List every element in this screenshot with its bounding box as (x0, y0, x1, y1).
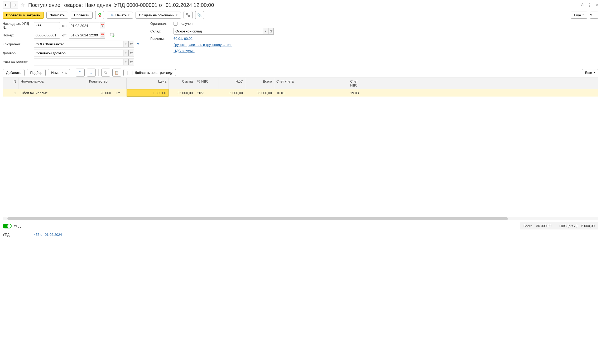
open-external-icon (130, 61, 133, 63)
nds-value: 6 000,00 (581, 224, 595, 228)
table-more-button[interactable]: Еще ▾ (582, 69, 598, 76)
arrow-up-icon: 🡑 (78, 71, 82, 75)
col-vat-pct[interactable]: % НДС (195, 78, 219, 89)
calendar-button-2[interactable]: 📅 (100, 32, 105, 39)
link-icon[interactable] (580, 2, 584, 8)
copy-button[interactable]: ⧉ (101, 69, 110, 76)
col-sum[interactable]: Сумма (169, 78, 195, 89)
add-barcode-label: Добавить по штрихкоду (135, 71, 172, 75)
col-account[interactable]: Счет учета (274, 78, 348, 89)
settlements-label: Расчеты: (150, 37, 171, 41)
contract-dropdown[interactable]: ▾ (123, 50, 129, 56)
move-down-button[interactable]: 🡓 (87, 69, 96, 76)
col-total[interactable]: Всего (245, 78, 274, 89)
posted-icon[interactable] (110, 33, 115, 38)
invoice-date-input[interactable] (69, 22, 100, 29)
from-label-1: от: (62, 24, 67, 28)
counterparty-help-icon[interactable]: ? (137, 42, 139, 46)
chevron-down-icon: ▾ (176, 14, 177, 16)
open-external-icon (130, 52, 133, 54)
pick-button[interactable]: Подбор (27, 69, 46, 76)
warehouse-open[interactable] (268, 28, 274, 35)
svg-rect-2 (110, 33, 113, 36)
col-nomenclature[interactable]: Номенклатура (18, 78, 87, 89)
cell-quantity[interactable]: 20,000 (87, 90, 113, 96)
contract-input[interactable] (34, 50, 123, 56)
contract-open[interactable] (129, 50, 134, 56)
close-icon[interactable]: ✕ (595, 3, 598, 8)
cell-vat-pct[interactable]: 20% (195, 90, 219, 96)
counterparty-label: Контрагент: (3, 42, 32, 46)
warehouse-dropdown[interactable]: ▾ (263, 28, 268, 35)
cell-nds-account[interactable]: 19.03 (348, 90, 367, 96)
print-button[interactable]: 🖶 Печать ▾ (107, 12, 133, 19)
cell-n[interactable]: 1 (3, 90, 18, 96)
counterparty-open[interactable] (129, 41, 134, 47)
from-label-2: от: (62, 33, 67, 37)
cell-price[interactable]: 1 800,00 (127, 89, 169, 97)
table-row[interactable]: 1 Обои виниловые 20,000 шт 1 800,00 36 0… (3, 89, 598, 97)
calendar-button-1[interactable]: 📅 (100, 22, 105, 29)
upd-link[interactable]: 456 от 01.02.2024 (34, 233, 62, 237)
forward-button[interactable] (10, 2, 18, 8)
add-row-button[interactable]: Добавить (3, 69, 25, 76)
copy-icon: ⧉ (104, 70, 107, 75)
cell-sum[interactable]: 36 000,00 (169, 90, 195, 96)
more-button[interactable]: Еще ▾ (571, 12, 587, 19)
counterparty-dropdown[interactable]: ▾ (123, 41, 129, 47)
cell-price-wrapper[interactable]: 1 800,00 (127, 89, 169, 96)
move-up-button[interactable]: 🡑 (76, 69, 85, 76)
col-nds-account[interactable]: Счет НДС (348, 78, 367, 89)
cell-total[interactable]: 36 000,00 (245, 90, 274, 96)
totals-label: Всего: (523, 224, 533, 228)
dtkt-button[interactable]: АтКт (95, 11, 104, 19)
nds-label: НДС (в т.ч.): (559, 224, 579, 228)
grid-body[interactable]: 1 Обои виниловые 20,000 шт 1 800,00 36 0… (3, 89, 598, 216)
received-checkbox[interactable] (174, 22, 177, 26)
cell-nds[interactable]: 6 000,00 (219, 90, 245, 96)
doc-date-input[interactable] (69, 32, 100, 39)
counterparty-input[interactable] (34, 41, 123, 47)
cell-nomenclature[interactable]: Обои виниловые (18, 90, 87, 96)
more-label: Еще (574, 13, 581, 17)
col-price[interactable]: Цена (127, 78, 169, 89)
printer-icon: 🖶 (110, 13, 114, 17)
attachment-button[interactable]: 📎 (195, 11, 204, 19)
structure-button[interactable] (184, 11, 193, 19)
post-and-close-button[interactable]: Провести и закрыть (3, 12, 44, 19)
original-label: Оригинал: (150, 22, 171, 26)
totals-value: 36 000,00 (536, 224, 551, 228)
number-label: Номер: (3, 33, 32, 37)
doc-number-input[interactable] (34, 32, 60, 39)
back-button[interactable] (3, 2, 11, 8)
payment-invoice-input[interactable] (34, 59, 123, 65)
create-based-button[interactable]: Создать на основании ▾ (136, 12, 181, 19)
paste-button[interactable]: 📋 (112, 69, 121, 76)
horizontal-scrollbar[interactable] (3, 217, 598, 220)
settlements-link[interactable]: 60.01, 60.02 (174, 37, 193, 41)
add-barcode-button[interactable]: ┃┃┃ Добавить по штрихкоду (123, 69, 176, 76)
col-quantity[interactable]: Количество (87, 78, 127, 89)
invoice-no-input[interactable] (34, 22, 60, 29)
payment-invoice-open[interactable] (129, 59, 134, 65)
vat-link[interactable]: НДС в сумме (174, 49, 195, 53)
upd-toggle[interactable] (3, 224, 12, 228)
col-nds[interactable]: НДС (219, 78, 245, 89)
post-button[interactable]: Провести (71, 12, 93, 19)
payment-invoice-dropdown[interactable]: ▾ (123, 59, 129, 65)
favorite-icon[interactable]: ☆ (20, 2, 26, 8)
edit-row-button[interactable]: Изменить (48, 69, 70, 76)
cell-account[interactable]: 10.01 (274, 90, 348, 96)
warehouse-input[interactable] (174, 28, 263, 35)
shipper-link[interactable]: Грузоотправитель и грузополучатель (174, 43, 232, 47)
col-n[interactable]: N (3, 78, 18, 89)
save-button[interactable]: Записать (46, 12, 68, 19)
cell-unit[interactable]: шт (113, 90, 127, 96)
more-vertical-icon[interactable]: ⋮ (588, 3, 592, 8)
barcode-icon: ┃┃┃ (127, 71, 133, 75)
invoice-no-label: Накладная, УПД №: (3, 22, 32, 30)
help-button[interactable]: ? (590, 12, 598, 19)
calendar-icon: 📅 (100, 33, 104, 37)
arrow-right-icon (12, 3, 16, 7)
paste-icon: 📋 (114, 71, 119, 75)
